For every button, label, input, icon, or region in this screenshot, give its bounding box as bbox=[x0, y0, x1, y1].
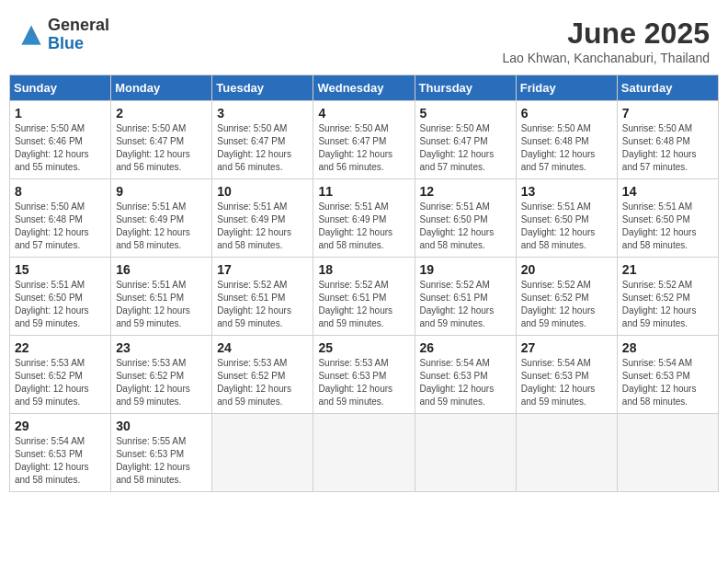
day-cell-14: 14Sunrise: 5:51 AMSunset: 6:50 PMDayligh… bbox=[617, 179, 718, 258]
title-area: June 2025 Lao Khwan, Kanchanaburi, Thail… bbox=[503, 17, 710, 65]
day-number-9: 9 bbox=[116, 184, 207, 199]
day-info-3: Sunrise: 5:50 AMSunset: 6:47 PMDaylight:… bbox=[217, 122, 308, 174]
day-info-29: Sunrise: 5:54 AMSunset: 6:53 PMDaylight:… bbox=[15, 435, 106, 487]
day-cell-null bbox=[212, 414, 313, 492]
day-cell-29: 29Sunrise: 5:54 AMSunset: 6:53 PMDayligh… bbox=[10, 414, 111, 492]
day-info-6: Sunrise: 5:50 AMSunset: 6:48 PMDaylight:… bbox=[521, 122, 612, 174]
day-cell-18: 18Sunrise: 5:52 AMSunset: 6:51 PMDayligh… bbox=[313, 258, 415, 336]
week-row-3: 15Sunrise: 5:51 AMSunset: 6:50 PMDayligh… bbox=[10, 258, 719, 336]
day-info-13: Sunrise: 5:51 AMSunset: 6:50 PMDaylight:… bbox=[521, 201, 612, 252]
day-info-30: Sunrise: 5:55 AMSunset: 6:53 PMDaylight:… bbox=[116, 435, 207, 487]
day-info-5: Sunrise: 5:50 AMSunset: 6:47 PMDaylight:… bbox=[420, 122, 511, 174]
day-cell-17: 17Sunrise: 5:52 AMSunset: 6:51 PMDayligh… bbox=[212, 258, 313, 336]
day-info-28: Sunrise: 5:54 AMSunset: 6:53 PMDaylight:… bbox=[622, 357, 713, 408]
day-cell-15: 15Sunrise: 5:51 AMSunset: 6:50 PMDayligh… bbox=[10, 258, 111, 336]
day-cell-9: 9Sunrise: 5:51 AMSunset: 6:49 PMDaylight… bbox=[111, 179, 212, 258]
calendar-body: 1Sunrise: 5:50 AMSunset: 6:46 PMDaylight… bbox=[10, 101, 719, 492]
day-number-5: 5 bbox=[420, 106, 511, 121]
day-number-21: 21 bbox=[622, 262, 713, 277]
header-wednesday: Wednesday bbox=[313, 75, 415, 101]
day-cell-30: 30Sunrise: 5:55 AMSunset: 6:53 PMDayligh… bbox=[111, 414, 212, 492]
day-info-2: Sunrise: 5:50 AMSunset: 6:47 PMDaylight:… bbox=[116, 122, 207, 174]
day-info-23: Sunrise: 5:53 AMSunset: 6:52 PMDaylight:… bbox=[116, 357, 207, 408]
day-cell-24: 24Sunrise: 5:53 AMSunset: 6:52 PMDayligh… bbox=[212, 336, 313, 414]
day-cell-22: 22Sunrise: 5:53 AMSunset: 6:52 PMDayligh… bbox=[10, 336, 111, 414]
day-number-10: 10 bbox=[217, 184, 308, 199]
day-cell-6: 6Sunrise: 5:50 AMSunset: 6:48 PMDaylight… bbox=[516, 101, 617, 179]
logo-general: General bbox=[48, 17, 109, 35]
day-number-28: 28 bbox=[622, 340, 713, 355]
header-friday: Friday bbox=[516, 75, 617, 101]
day-number-3: 3 bbox=[217, 106, 308, 121]
day-cell-null bbox=[617, 414, 718, 492]
day-info-21: Sunrise: 5:52 AMSunset: 6:52 PMDaylight:… bbox=[622, 279, 713, 330]
day-cell-27: 27Sunrise: 5:54 AMSunset: 6:53 PMDayligh… bbox=[516, 336, 617, 414]
day-info-19: Sunrise: 5:52 AMSunset: 6:51 PMDaylight:… bbox=[420, 279, 511, 330]
day-cell-12: 12Sunrise: 5:51 AMSunset: 6:50 PMDayligh… bbox=[415, 179, 516, 258]
day-number-8: 8 bbox=[15, 184, 106, 199]
week-row-1: 1Sunrise: 5:50 AMSunset: 6:46 PMDaylight… bbox=[10, 101, 719, 179]
day-info-4: Sunrise: 5:50 AMSunset: 6:47 PMDaylight:… bbox=[318, 122, 409, 174]
day-cell-10: 10Sunrise: 5:51 AMSunset: 6:49 PMDayligh… bbox=[212, 179, 313, 258]
day-cell-21: 21Sunrise: 5:52 AMSunset: 6:52 PMDayligh… bbox=[617, 258, 718, 336]
day-number-22: 22 bbox=[15, 340, 106, 355]
day-info-10: Sunrise: 5:51 AMSunset: 6:49 PMDaylight:… bbox=[217, 201, 308, 252]
day-cell-1: 1Sunrise: 5:50 AMSunset: 6:46 PMDaylight… bbox=[10, 101, 111, 179]
day-info-17: Sunrise: 5:52 AMSunset: 6:51 PMDaylight:… bbox=[217, 279, 308, 330]
logo: General Blue bbox=[18, 17, 109, 53]
day-cell-13: 13Sunrise: 5:51 AMSunset: 6:50 PMDayligh… bbox=[516, 179, 617, 258]
day-number-30: 30 bbox=[116, 419, 207, 433]
calendar: Sunday Monday Tuesday Wednesday Thursday… bbox=[9, 75, 719, 492]
day-info-16: Sunrise: 5:51 AMSunset: 6:51 PMDaylight:… bbox=[116, 279, 207, 330]
header-thursday: Thursday bbox=[415, 75, 516, 101]
day-number-13: 13 bbox=[521, 184, 612, 199]
day-number-19: 19 bbox=[420, 262, 511, 277]
week-row-4: 22Sunrise: 5:53 AMSunset: 6:52 PMDayligh… bbox=[10, 336, 719, 414]
day-info-11: Sunrise: 5:51 AMSunset: 6:49 PMDaylight:… bbox=[318, 201, 409, 252]
day-number-7: 7 bbox=[622, 106, 713, 121]
day-cell-16: 16Sunrise: 5:51 AMSunset: 6:51 PMDayligh… bbox=[111, 258, 212, 336]
day-number-25: 25 bbox=[318, 340, 409, 355]
day-info-25: Sunrise: 5:53 AMSunset: 6:53 PMDaylight:… bbox=[318, 357, 409, 408]
day-number-18: 18 bbox=[318, 262, 409, 277]
day-cell-null bbox=[516, 414, 617, 492]
day-number-4: 4 bbox=[318, 106, 409, 121]
day-cell-23: 23Sunrise: 5:53 AMSunset: 6:52 PMDayligh… bbox=[111, 336, 212, 414]
day-number-1: 1 bbox=[15, 106, 106, 121]
day-number-24: 24 bbox=[217, 340, 308, 355]
day-number-29: 29 bbox=[15, 419, 106, 433]
day-cell-7: 7Sunrise: 5:50 AMSunset: 6:48 PMDaylight… bbox=[617, 101, 718, 179]
day-cell-19: 19Sunrise: 5:52 AMSunset: 6:51 PMDayligh… bbox=[415, 258, 516, 336]
day-info-22: Sunrise: 5:53 AMSunset: 6:52 PMDaylight:… bbox=[15, 357, 106, 408]
day-info-15: Sunrise: 5:51 AMSunset: 6:50 PMDaylight:… bbox=[15, 279, 106, 330]
day-number-12: 12 bbox=[420, 184, 511, 199]
header-monday: Monday bbox=[111, 75, 212, 101]
day-info-7: Sunrise: 5:50 AMSunset: 6:48 PMDaylight:… bbox=[622, 122, 713, 174]
day-info-8: Sunrise: 5:50 AMSunset: 6:48 PMDaylight:… bbox=[15, 201, 106, 252]
day-info-20: Sunrise: 5:52 AMSunset: 6:52 PMDaylight:… bbox=[521, 279, 612, 330]
week-row-2: 8Sunrise: 5:50 AMSunset: 6:48 PMDaylight… bbox=[10, 179, 719, 258]
day-cell-25: 25Sunrise: 5:53 AMSunset: 6:53 PMDayligh… bbox=[313, 336, 415, 414]
logo-blue: Blue bbox=[48, 35, 109, 53]
day-info-26: Sunrise: 5:54 AMSunset: 6:53 PMDaylight:… bbox=[420, 357, 511, 408]
day-number-16: 16 bbox=[116, 262, 207, 277]
day-number-17: 17 bbox=[217, 262, 308, 277]
day-cell-2: 2Sunrise: 5:50 AMSunset: 6:47 PMDaylight… bbox=[111, 101, 212, 179]
header-sunday: Sunday bbox=[10, 75, 111, 101]
day-number-11: 11 bbox=[318, 184, 409, 199]
logo-icon bbox=[18, 22, 44, 48]
day-cell-null bbox=[415, 414, 516, 492]
day-cell-26: 26Sunrise: 5:54 AMSunset: 6:53 PMDayligh… bbox=[415, 336, 516, 414]
day-cell-null bbox=[313, 414, 415, 492]
day-cell-28: 28Sunrise: 5:54 AMSunset: 6:53 PMDayligh… bbox=[617, 336, 718, 414]
day-number-23: 23 bbox=[116, 340, 207, 355]
logo-text: General Blue bbox=[48, 17, 109, 53]
day-number-15: 15 bbox=[15, 262, 106, 277]
main-title: June 2025 bbox=[503, 17, 710, 51]
day-info-12: Sunrise: 5:51 AMSunset: 6:50 PMDaylight:… bbox=[420, 201, 511, 252]
day-info-1: Sunrise: 5:50 AMSunset: 6:46 PMDaylight:… bbox=[15, 122, 106, 174]
weekday-header-row: Sunday Monday Tuesday Wednesday Thursday… bbox=[10, 75, 719, 101]
day-info-9: Sunrise: 5:51 AMSunset: 6:49 PMDaylight:… bbox=[116, 201, 207, 252]
calendar-header: Sunday Monday Tuesday Wednesday Thursday… bbox=[10, 75, 719, 101]
day-info-14: Sunrise: 5:51 AMSunset: 6:50 PMDaylight:… bbox=[622, 201, 713, 252]
